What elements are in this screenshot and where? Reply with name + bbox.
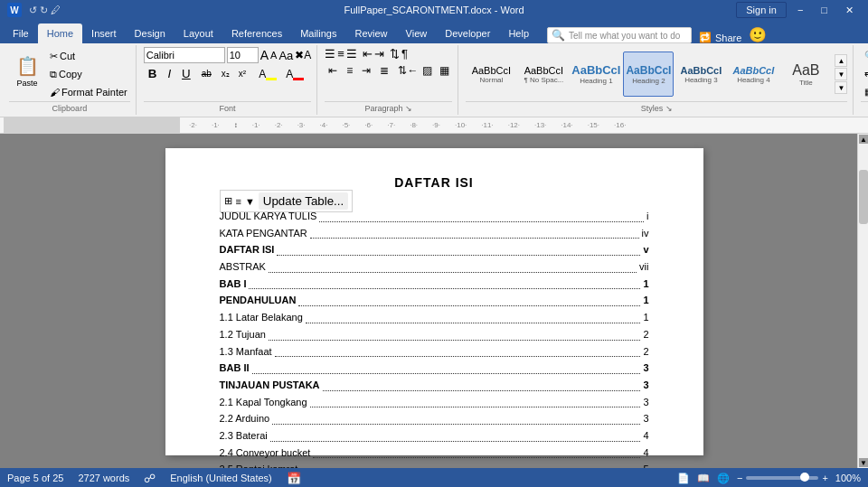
find-button[interactable]: 🔍 Find ▾ <box>861 47 868 63</box>
justify-btn[interactable]: ≣ <box>376 62 392 79</box>
align-right-btn[interactable]: ⇥ <box>358 62 374 79</box>
toc-entry-dots <box>310 222 639 239</box>
toc-icon2[interactable]: ≡ <box>236 196 241 207</box>
style-h3-preview: AaBbCcI <box>680 65 722 76</box>
tell-me-input[interactable]: 🔍 Tell me what you want to do <box>547 27 692 43</box>
align-left-btn[interactable]: ⇤ <box>325 62 341 79</box>
signin-button[interactable]: Sign in <box>736 2 787 18</box>
toc-entry-page: iv <box>642 225 649 242</box>
ribbon: 📋 Paste ✂ Cut ⧉ Copy 🖌 Format Painter Cl… <box>0 43 868 117</box>
scroll-up-btn[interactable]: ▲ <box>859 135 868 144</box>
toc-entry-dots <box>252 357 641 374</box>
font-name-input[interactable] <box>144 47 225 63</box>
replace-icon: ⇄ <box>864 69 868 79</box>
italic-button[interactable]: I <box>163 65 175 82</box>
toc-entry-dots <box>319 205 644 222</box>
vertical-scrollbar[interactable]: ▲ ▼ <box>857 134 868 468</box>
style-normal[interactable]: AaBbCcI Normal <box>466 52 516 97</box>
close-button[interactable]: ✕ <box>838 0 861 20</box>
show-formatting-btn[interactable]: ¶ <box>401 47 408 61</box>
font-shrink-btn[interactable]: A <box>270 50 277 61</box>
change-case-btn[interactable]: Aa <box>278 49 293 62</box>
strikethrough-button[interactable]: ab <box>197 67 216 80</box>
restore-button[interactable]: □ <box>814 0 835 20</box>
title-bar-left: W ↺ ↻ 🖊 <box>7 3 61 17</box>
style-heading4[interactable]: AaBbCcI Heading 4 <box>728 52 778 97</box>
replace-button[interactable]: ⇄ Replace <box>861 65 868 81</box>
toc-entry-dots <box>310 391 641 408</box>
border-btn[interactable]: ▦ <box>437 63 452 78</box>
page-info: Page 5 of 25 <box>7 473 63 483</box>
scroll-down-btn[interactable]: ▼ <box>859 458 868 467</box>
ruler: ·2··1· ↕ ·1··2··3· ·4··5··6· ·7··8··9· ·… <box>0 117 868 134</box>
shading-btn[interactable]: ▨ <box>420 63 435 78</box>
bullets-btn[interactable]: ☰ <box>325 47 335 61</box>
tab-view[interactable]: View <box>397 23 437 43</box>
font-grow-btn[interactable]: A <box>260 48 269 62</box>
view-print-btn[interactable]: 📄 <box>677 473 690 484</box>
zoom-slider[interactable] <box>746 476 818 480</box>
underline-button[interactable]: U <box>177 65 195 82</box>
toc-icon3[interactable]: ▼ <box>245 196 255 207</box>
tab-mailings[interactable]: Mailings <box>291 23 345 43</box>
style-no-spacing-preview: AaBbCcI <box>524 65 563 76</box>
select-button[interactable]: ▦ Select ▾ <box>861 83 868 99</box>
toc-icon1[interactable]: ⊞ <box>224 195 232 207</box>
format-painter-button[interactable]: 🖌 Format Painter <box>47 84 130 100</box>
zoom-in-btn[interactable]: + <box>822 473 827 483</box>
tab-design[interactable]: Design <box>126 23 175 43</box>
tab-review[interactable]: Review <box>346 23 397 43</box>
tab-help[interactable]: Help <box>499 23 538 43</box>
tab-layout[interactable]: Layout <box>175 23 222 43</box>
view-read-btn[interactable]: 📖 <box>697 473 710 484</box>
scroll-thumb[interactable] <box>859 170 868 224</box>
clear-formatting-btn[interactable]: ✖A <box>295 49 311 61</box>
word-icon: W <box>7 3 22 17</box>
font-size-input[interactable] <box>227 47 259 63</box>
smiley-button[interactable]: 🙂 <box>749 26 767 43</box>
paste-button[interactable]: 📋 Paste <box>9 47 45 96</box>
tab-home[interactable]: Home <box>38 23 82 43</box>
zoom-level: 100% <box>835 473 861 483</box>
toc-entry-dots <box>249 273 640 290</box>
numbering-btn[interactable]: ≡ <box>337 47 344 61</box>
style-no-spacing[interactable]: AaBbCcI ¶ No Spac... <box>518 52 569 97</box>
zoom-out-btn[interactable]: − <box>737 473 742 483</box>
subscript-button[interactable]: x₂ <box>218 67 233 80</box>
copy-button[interactable]: ⧉ Copy <box>47 66 130 82</box>
align-center-btn[interactable]: ≡ <box>343 62 356 79</box>
decrease-indent-btn[interactable]: ⇤ <box>363 47 373 61</box>
cut-button[interactable]: ✂ Cut <box>47 48 130 64</box>
style-heading2[interactable]: AaBbCcI Heading 2 <box>623 52 674 97</box>
font-color-btn[interactable]: A <box>282 66 307 82</box>
styles-dialog-btn[interactable]: ↘ <box>665 104 673 113</box>
style-title[interactable]: AaB Title <box>780 52 831 97</box>
tab-references[interactable]: References <box>222 23 291 43</box>
toc-entry-text: 2.2 Arduino <box>220 410 270 427</box>
font-label: Font <box>144 101 312 113</box>
style-heading1[interactable]: AaBbCcI Heading 1 <box>571 52 621 97</box>
bold-button[interactable]: B <box>144 65 162 82</box>
styles-down-btn[interactable]: ▼ <box>835 68 847 80</box>
increase-indent-btn[interactable]: ⇥ <box>374 47 384 61</box>
multilevel-btn[interactable]: ☰ <box>346 47 357 61</box>
superscript-button[interactable]: x² <box>235 67 250 80</box>
tab-developer[interactable]: Developer <box>436 23 499 43</box>
toc-entry-dots <box>269 256 637 273</box>
share-button[interactable]: 🔁 Share <box>699 32 741 43</box>
tab-file[interactable]: File <box>4 23 38 43</box>
highlight-btn[interactable]: A <box>255 66 280 82</box>
clipboard-label: Clipboard <box>9 101 130 113</box>
view-web-btn[interactable]: 🌐 <box>717 473 730 484</box>
line-spacing-btn[interactable]: ⇅← <box>398 64 418 77</box>
styles-up-btn[interactable]: ▲ <box>835 54 847 67</box>
minimize-button[interactable]: − <box>790 0 810 20</box>
tab-insert[interactable]: Insert <box>82 23 126 43</box>
styles-more-btn[interactable]: ▼ <box>835 81 847 94</box>
paragraph-dialog-btn[interactable]: ↘ <box>405 104 412 113</box>
sort-btn[interactable]: ⇅ <box>390 47 400 61</box>
styles-group: AaBbCcI Normal AaBbCcI ¶ No Spac... AaBb… <box>460 45 854 115</box>
style-h2-preview: AaBbCcI <box>626 64 671 77</box>
style-heading3[interactable]: AaBbCcI Heading 3 <box>675 52 726 97</box>
toc-entry-dots <box>306 306 641 323</box>
